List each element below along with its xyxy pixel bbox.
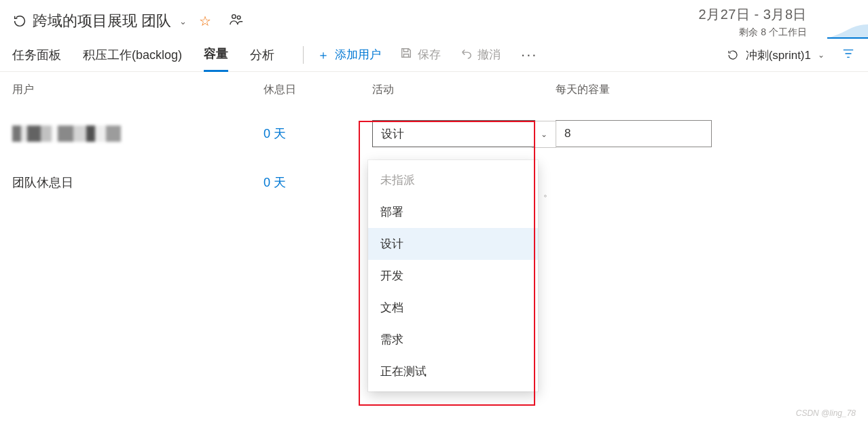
burndown-thumbnail[interactable] (827, 20, 868, 39)
opt-doc[interactable]: 文档 (368, 292, 538, 324)
people-icon[interactable] (229, 13, 244, 30)
undo-label: 撤消 (477, 47, 501, 62)
capacity-value: 8 (564, 127, 571, 140)
more-button[interactable]: ··· (521, 46, 537, 64)
plus-icon: ＋ (317, 47, 329, 63)
team-daysoff-link[interactable]: 0 天 (264, 174, 372, 191)
user-cell (12, 126, 264, 142)
redacted-username (12, 126, 121, 142)
team-title[interactable]: 跨域的项目展现 团队 ⌄ (12, 11, 187, 31)
tabs-toolbar: 任务面板 积压工作(backlog) 容量 分析 ＋ 添加用户 保存 撤消 ··… (0, 38, 868, 72)
col-user: 用户 (12, 83, 264, 97)
undo-button: 撤消 (460, 47, 501, 62)
save-icon (400, 47, 412, 62)
capacity-input[interactable]: 8 (556, 120, 712, 147)
tab-backlog[interactable]: 积压工作(backlog) (83, 38, 182, 72)
team-daysoff-label: 团队休息日 (12, 174, 264, 191)
activity-cell: 设计 ⌄ (372, 120, 556, 147)
opt-deploy[interactable]: 部署 (368, 196, 538, 228)
chevron-down-icon: ⌄ (818, 50, 825, 60)
column-headers: 用户 休息日 活动 每天的容量 (0, 72, 868, 112)
save-button: 保存 (400, 47, 441, 62)
star-icon[interactable]: ☆ (199, 13, 211, 29)
opt-design[interactable]: 设计 (368, 228, 538, 260)
refresh-icon (727, 49, 739, 61)
save-label: 保存 (418, 47, 441, 62)
ellipsis-hint: 。 (543, 187, 553, 199)
sprint-picker[interactable]: 冲刺(sprint)1 ⌄ (727, 38, 854, 72)
activity-selected: 设计 (381, 126, 404, 142)
opt-testing[interactable]: 正在测试 (368, 356, 538, 387)
add-user-label: 添加用户 (335, 47, 381, 62)
activity-dropdown: 未指派 部署 设计 开发 文档 需求 正在测试 (368, 160, 538, 391)
tab-analytics[interactable]: 分析 (250, 38, 274, 72)
add-user-button[interactable]: ＋ 添加用户 (317, 47, 381, 63)
watermark: CSDN @ling_78 (796, 408, 856, 418)
chevron-down-icon[interactable]: ⌄ (532, 121, 556, 148)
toolbar-separator (303, 46, 304, 64)
refresh-icon (12, 14, 27, 28)
tab-capacity[interactable]: 容量 (204, 38, 228, 72)
sprint-dates: 2月27日 - 3月8日 剩余 8 个工作日 (699, 5, 807, 39)
tab-taskboard[interactable]: 任务面板 (12, 38, 61, 72)
opt-req[interactable]: 需求 (368, 324, 538, 356)
activity-select[interactable]: 设计 ⌄ (372, 120, 535, 147)
remaining-days: 剩余 8 个工作日 (699, 26, 807, 39)
sprint-label: 冲刺(sprint)1 (746, 47, 811, 63)
col-capacity: 每天的容量 (556, 83, 719, 97)
capacity-cell: 8 (556, 120, 719, 147)
user-row: 0 天 设计 ⌄ 8 (0, 112, 868, 155)
team-title-text: 跨域的项目展现 团队 (33, 11, 171, 31)
chevron-down-icon: ⌄ (179, 16, 187, 26)
date-range: 2月27日 - 3月8日 (699, 5, 807, 24)
undo-icon (460, 47, 472, 62)
opt-dev[interactable]: 开发 (368, 260, 538, 292)
days-off-link[interactable]: 0 天 (264, 126, 372, 142)
filter-icon[interactable] (842, 47, 854, 63)
opt-unassigned: 未指派 (368, 164, 538, 196)
col-daysoff: 休息日 (264, 83, 372, 97)
col-activity: 活动 (372, 83, 556, 97)
